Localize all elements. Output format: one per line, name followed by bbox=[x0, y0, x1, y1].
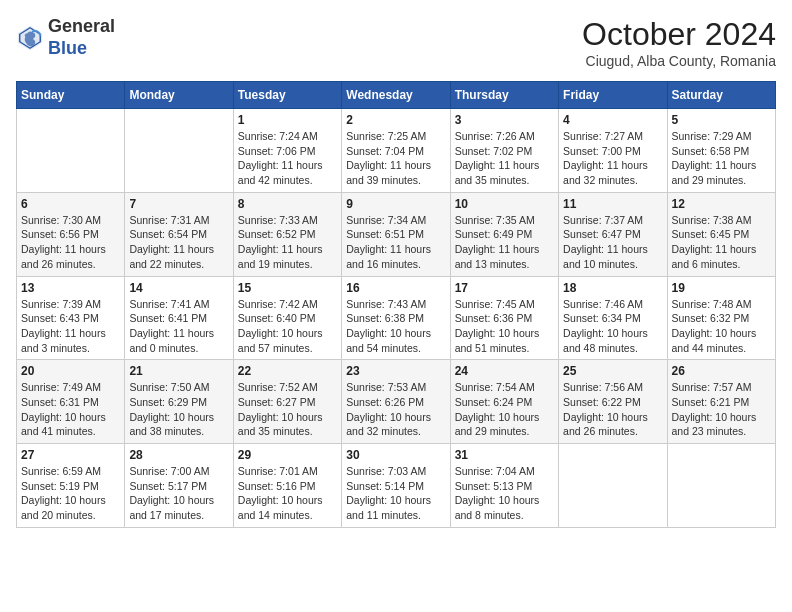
day-number: 18 bbox=[563, 281, 662, 295]
day-cell: 3Sunrise: 7:26 AM Sunset: 7:02 PM Daylig… bbox=[450, 109, 558, 193]
day-cell: 6Sunrise: 7:30 AM Sunset: 6:56 PM Daylig… bbox=[17, 192, 125, 276]
day-info: Sunrise: 7:54 AM Sunset: 6:24 PM Dayligh… bbox=[455, 380, 554, 439]
day-cell: 14Sunrise: 7:41 AM Sunset: 6:41 PM Dayli… bbox=[125, 276, 233, 360]
day-number: 2 bbox=[346, 113, 445, 127]
day-number: 29 bbox=[238, 448, 337, 462]
page-header: General Blue October 2024 Ciugud, Alba C… bbox=[16, 16, 776, 69]
day-number: 7 bbox=[129, 197, 228, 211]
day-cell: 25Sunrise: 7:56 AM Sunset: 6:22 PM Dayli… bbox=[559, 360, 667, 444]
day-cell: 9Sunrise: 7:34 AM Sunset: 6:51 PM Daylig… bbox=[342, 192, 450, 276]
day-number: 12 bbox=[672, 197, 771, 211]
day-cell: 19Sunrise: 7:48 AM Sunset: 6:32 PM Dayli… bbox=[667, 276, 775, 360]
day-info: Sunrise: 7:52 AM Sunset: 6:27 PM Dayligh… bbox=[238, 380, 337, 439]
day-number: 19 bbox=[672, 281, 771, 295]
day-number: 27 bbox=[21, 448, 120, 462]
day-header-sunday: Sunday bbox=[17, 82, 125, 109]
day-info: Sunrise: 7:26 AM Sunset: 7:02 PM Dayligh… bbox=[455, 129, 554, 188]
day-number: 25 bbox=[563, 364, 662, 378]
day-info: Sunrise: 7:45 AM Sunset: 6:36 PM Dayligh… bbox=[455, 297, 554, 356]
day-cell: 29Sunrise: 7:01 AM Sunset: 5:16 PM Dayli… bbox=[233, 444, 341, 528]
day-cell: 17Sunrise: 7:45 AM Sunset: 6:36 PM Dayli… bbox=[450, 276, 558, 360]
day-info: Sunrise: 7:49 AM Sunset: 6:31 PM Dayligh… bbox=[21, 380, 120, 439]
day-info: Sunrise: 7:04 AM Sunset: 5:13 PM Dayligh… bbox=[455, 464, 554, 523]
day-cell: 7Sunrise: 7:31 AM Sunset: 6:54 PM Daylig… bbox=[125, 192, 233, 276]
day-number: 13 bbox=[21, 281, 120, 295]
day-cell: 10Sunrise: 7:35 AM Sunset: 6:49 PM Dayli… bbox=[450, 192, 558, 276]
week-row-3: 13Sunrise: 7:39 AM Sunset: 6:43 PM Dayli… bbox=[17, 276, 776, 360]
day-info: Sunrise: 7:34 AM Sunset: 6:51 PM Dayligh… bbox=[346, 213, 445, 272]
week-row-1: 1Sunrise: 7:24 AM Sunset: 7:06 PM Daylig… bbox=[17, 109, 776, 193]
day-info: Sunrise: 7:01 AM Sunset: 5:16 PM Dayligh… bbox=[238, 464, 337, 523]
week-row-2: 6Sunrise: 7:30 AM Sunset: 6:56 PM Daylig… bbox=[17, 192, 776, 276]
day-info: Sunrise: 7:31 AM Sunset: 6:54 PM Dayligh… bbox=[129, 213, 228, 272]
day-cell: 24Sunrise: 7:54 AM Sunset: 6:24 PM Dayli… bbox=[450, 360, 558, 444]
day-info: Sunrise: 7:50 AM Sunset: 6:29 PM Dayligh… bbox=[129, 380, 228, 439]
day-cell: 2Sunrise: 7:25 AM Sunset: 7:04 PM Daylig… bbox=[342, 109, 450, 193]
day-info: Sunrise: 7:37 AM Sunset: 6:47 PM Dayligh… bbox=[563, 213, 662, 272]
day-cell: 12Sunrise: 7:38 AM Sunset: 6:45 PM Dayli… bbox=[667, 192, 775, 276]
day-info: Sunrise: 7:43 AM Sunset: 6:38 PM Dayligh… bbox=[346, 297, 445, 356]
day-cell: 31Sunrise: 7:04 AM Sunset: 5:13 PM Dayli… bbox=[450, 444, 558, 528]
day-cell bbox=[17, 109, 125, 193]
day-info: Sunrise: 7:41 AM Sunset: 6:41 PM Dayligh… bbox=[129, 297, 228, 356]
day-number: 5 bbox=[672, 113, 771, 127]
day-header-tuesday: Tuesday bbox=[233, 82, 341, 109]
week-row-5: 27Sunrise: 6:59 AM Sunset: 5:19 PM Dayli… bbox=[17, 444, 776, 528]
month-title: October 2024 bbox=[582, 16, 776, 53]
day-cell: 1Sunrise: 7:24 AM Sunset: 7:06 PM Daylig… bbox=[233, 109, 341, 193]
day-cell: 16Sunrise: 7:43 AM Sunset: 6:38 PM Dayli… bbox=[342, 276, 450, 360]
day-cell: 5Sunrise: 7:29 AM Sunset: 6:58 PM Daylig… bbox=[667, 109, 775, 193]
day-number: 30 bbox=[346, 448, 445, 462]
day-number: 21 bbox=[129, 364, 228, 378]
day-info: Sunrise: 7:27 AM Sunset: 7:00 PM Dayligh… bbox=[563, 129, 662, 188]
day-number: 6 bbox=[21, 197, 120, 211]
day-number: 8 bbox=[238, 197, 337, 211]
day-header-wednesday: Wednesday bbox=[342, 82, 450, 109]
day-number: 20 bbox=[21, 364, 120, 378]
logo-icon bbox=[16, 24, 44, 52]
day-cell: 4Sunrise: 7:27 AM Sunset: 7:00 PM Daylig… bbox=[559, 109, 667, 193]
title-block: October 2024 Ciugud, Alba County, Romani… bbox=[582, 16, 776, 69]
day-number: 16 bbox=[346, 281, 445, 295]
day-number: 14 bbox=[129, 281, 228, 295]
day-info: Sunrise: 7:39 AM Sunset: 6:43 PM Dayligh… bbox=[21, 297, 120, 356]
location: Ciugud, Alba County, Romania bbox=[582, 53, 776, 69]
day-info: Sunrise: 7:53 AM Sunset: 6:26 PM Dayligh… bbox=[346, 380, 445, 439]
day-cell: 22Sunrise: 7:52 AM Sunset: 6:27 PM Dayli… bbox=[233, 360, 341, 444]
week-row-4: 20Sunrise: 7:49 AM Sunset: 6:31 PM Dayli… bbox=[17, 360, 776, 444]
day-info: Sunrise: 7:24 AM Sunset: 7:06 PM Dayligh… bbox=[238, 129, 337, 188]
day-info: Sunrise: 7:38 AM Sunset: 6:45 PM Dayligh… bbox=[672, 213, 771, 272]
day-number: 17 bbox=[455, 281, 554, 295]
logo-text: General Blue bbox=[48, 16, 115, 59]
day-cell: 21Sunrise: 7:50 AM Sunset: 6:29 PM Dayli… bbox=[125, 360, 233, 444]
day-cell: 26Sunrise: 7:57 AM Sunset: 6:21 PM Dayli… bbox=[667, 360, 775, 444]
day-number: 31 bbox=[455, 448, 554, 462]
day-info: Sunrise: 7:42 AM Sunset: 6:40 PM Dayligh… bbox=[238, 297, 337, 356]
day-header-friday: Friday bbox=[559, 82, 667, 109]
day-cell: 18Sunrise: 7:46 AM Sunset: 6:34 PM Dayli… bbox=[559, 276, 667, 360]
day-info: Sunrise: 7:03 AM Sunset: 5:14 PM Dayligh… bbox=[346, 464, 445, 523]
day-cell: 27Sunrise: 6:59 AM Sunset: 5:19 PM Dayli… bbox=[17, 444, 125, 528]
logo: General Blue bbox=[16, 16, 115, 59]
day-number: 28 bbox=[129, 448, 228, 462]
day-number: 22 bbox=[238, 364, 337, 378]
day-info: Sunrise: 7:25 AM Sunset: 7:04 PM Dayligh… bbox=[346, 129, 445, 188]
day-cell bbox=[125, 109, 233, 193]
day-info: Sunrise: 7:57 AM Sunset: 6:21 PM Dayligh… bbox=[672, 380, 771, 439]
day-number: 9 bbox=[346, 197, 445, 211]
day-info: Sunrise: 7:29 AM Sunset: 6:58 PM Dayligh… bbox=[672, 129, 771, 188]
day-cell: 13Sunrise: 7:39 AM Sunset: 6:43 PM Dayli… bbox=[17, 276, 125, 360]
calendar-table: SundayMondayTuesdayWednesdayThursdayFrid… bbox=[16, 81, 776, 528]
day-cell: 28Sunrise: 7:00 AM Sunset: 5:17 PM Dayli… bbox=[125, 444, 233, 528]
day-number: 3 bbox=[455, 113, 554, 127]
day-number: 11 bbox=[563, 197, 662, 211]
day-cell bbox=[667, 444, 775, 528]
day-cell: 15Sunrise: 7:42 AM Sunset: 6:40 PM Dayli… bbox=[233, 276, 341, 360]
day-info: Sunrise: 7:30 AM Sunset: 6:56 PM Dayligh… bbox=[21, 213, 120, 272]
day-info: Sunrise: 7:33 AM Sunset: 6:52 PM Dayligh… bbox=[238, 213, 337, 272]
day-number: 1 bbox=[238, 113, 337, 127]
day-cell: 8Sunrise: 7:33 AM Sunset: 6:52 PM Daylig… bbox=[233, 192, 341, 276]
day-number: 23 bbox=[346, 364, 445, 378]
day-header-thursday: Thursday bbox=[450, 82, 558, 109]
day-info: Sunrise: 7:56 AM Sunset: 6:22 PM Dayligh… bbox=[563, 380, 662, 439]
